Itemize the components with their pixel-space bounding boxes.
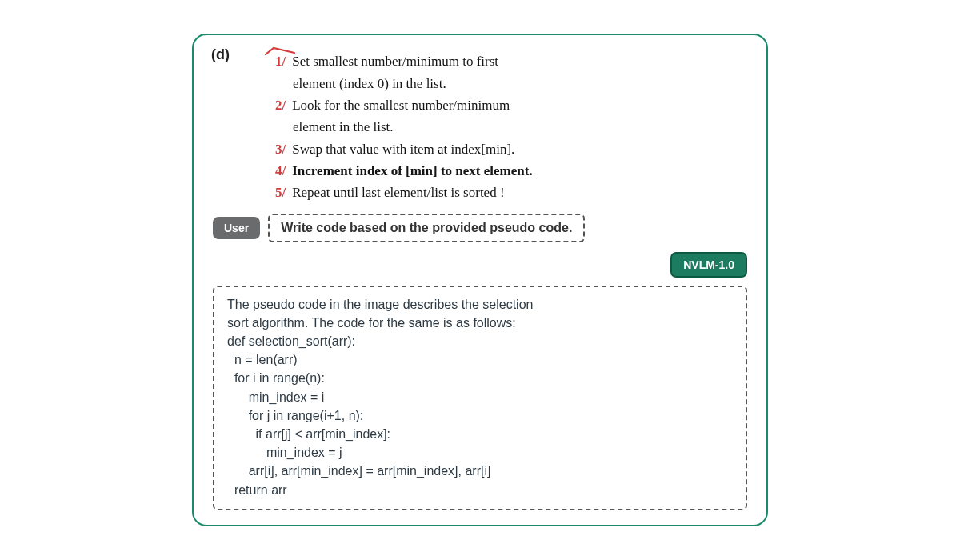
hw-step-text: Repeat until last element/list is sorted…: [292, 182, 504, 203]
hw-step-number: 5/: [275, 182, 286, 203]
model-badge: NVLM-1.0: [670, 252, 747, 278]
hw-step-text: element in the list.: [293, 117, 394, 138]
hw-step-text: Increment index of [min] to next element…: [292, 161, 532, 182]
model-badge-row: NVLM-1.0: [213, 252, 747, 278]
hw-step-number: 2/: [275, 95, 286, 116]
user-badge: User: [213, 217, 260, 239]
model-response-bubble: The pseudo code in the image describes t…: [213, 286, 747, 510]
hw-step-text: Swap that value with item at index[min].: [292, 139, 514, 160]
handwritten-pseudocode: 1/ Set smallest number/minimum to first …: [275, 51, 747, 203]
hw-step-text: Look for the smallest number/minimum: [292, 95, 510, 116]
example-panel: (d) 1/ Set smallest number/minimum to fi…: [192, 34, 768, 526]
hw-line: 4/ Increment index of [min] to next elem…: [275, 161, 747, 182]
hw-step-number: 4/: [275, 161, 286, 182]
red-tick-mark: [264, 45, 296, 59]
hw-step-number: 3/: [275, 139, 286, 160]
hw-line: 1/ Set smallest number/minimum to first: [275, 51, 747, 72]
hw-step-text: element (index 0) in the list.: [293, 74, 446, 94]
user-prompt-bubble: Write code based on the provided pseudo …: [268, 214, 585, 242]
hw-step-text: Set smallest number/minimum to first: [292, 51, 498, 72]
panel-label: (d): [211, 46, 230, 63]
hw-line: element in the list.: [275, 117, 747, 138]
user-row: User Write code based on the provided ps…: [213, 214, 747, 242]
hw-line: 3/ Swap that value with item at index[mi…: [275, 139, 747, 160]
hw-line: 2/ Look for the smallest number/minimum: [275, 95, 747, 116]
hw-line: 5/ Repeat until last element/list is sor…: [275, 182, 747, 203]
hw-line: element (index 0) in the list.: [275, 74, 747, 94]
